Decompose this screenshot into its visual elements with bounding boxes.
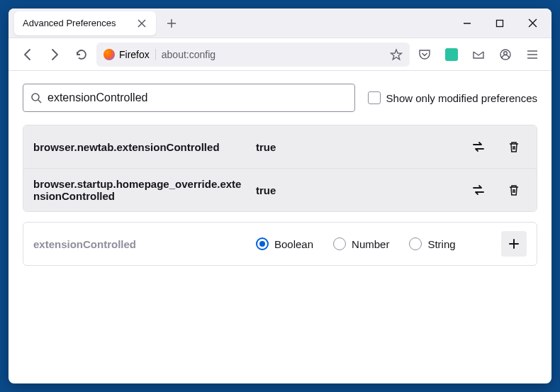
radio-string[interactable]: String [409,237,455,250]
add-button[interactable] [501,231,527,257]
account-icon[interactable] [493,43,517,67]
pref-name: browser.newtab.extensionControlled [33,141,246,153]
search-box[interactable] [23,84,355,112]
radio-boolean[interactable]: Boolean [256,237,313,250]
maximize-button[interactable] [483,9,516,38]
radio-icon [409,237,422,250]
delete-button[interactable] [501,134,527,159]
toggle-button[interactable] [466,134,491,159]
firefox-logo-icon [103,49,115,60]
close-window-button[interactable] [516,9,549,38]
search-row: Show only modified preferences [23,84,537,112]
window-controls [451,9,549,38]
about-config-content: Show only modified preferences browser.n… [9,71,551,383]
svg-rect-0 [497,20,503,26]
minimize-button[interactable] [451,9,483,38]
checkbox-label: Show only modified preferences [386,92,537,104]
radio-label: Number [352,238,389,250]
type-radio-group: Boolean Number String [256,237,491,250]
radio-number[interactable]: Number [333,237,389,250]
browser-window: Advanced Preferences [9,9,551,383]
pref-row[interactable]: browser.startup.homepage_override.extens… [23,169,537,211]
radio-icon [333,237,346,250]
browser-tab[interactable]: Advanced Preferences [14,11,156,35]
show-modified-checkbox[interactable]: Show only modified preferences [368,91,537,104]
pref-value: true [256,141,456,153]
nav-toolbar: Firefox about:config [9,38,551,71]
menu-button[interactable] [520,43,544,67]
close-tab-button[interactable] [136,18,147,29]
forward-button[interactable] [43,43,67,67]
url-bar[interactable]: Firefox about:config [96,43,410,67]
toggle-button[interactable] [466,177,491,203]
delete-button[interactable] [501,177,527,203]
new-pref-row: extensionControlled Boolean Number Strin… [23,223,537,265]
pref-row[interactable]: browser.newtab.extensionControlled true [23,125,537,169]
search-input[interactable] [47,91,347,104]
reload-button[interactable] [69,43,94,67]
identity-label: Firefox [119,49,150,60]
new-pref-list: extensionControlled Boolean Number Strin… [23,222,537,266]
preference-list: browser.newtab.extensionControlled true … [23,125,537,212]
url-text: about:config [162,49,215,60]
identity-box[interactable]: Firefox [103,49,156,60]
tab-title: Advanced Preferences [23,18,130,28]
pref-name: browser.startup.homepage_override.extens… [33,178,246,202]
bookmark-star-icon[interactable] [390,48,403,61]
radio-label: Boolean [274,238,313,250]
svg-point-2 [504,51,508,55]
radio-label: String [427,238,455,250]
checkbox-icon [368,91,381,104]
new-tab-button[interactable] [160,12,183,35]
extension-icon[interactable] [439,43,464,67]
pref-value: true [256,184,456,196]
pocket-icon[interactable] [413,43,437,67]
new-pref-name: extensionControlled [33,238,246,250]
titlebar: Advanced Preferences [9,9,551,38]
back-button[interactable] [16,43,40,67]
mail-icon[interactable] [466,43,491,67]
radio-icon [256,237,269,250]
search-icon [30,92,42,103]
svg-point-3 [32,94,39,101]
